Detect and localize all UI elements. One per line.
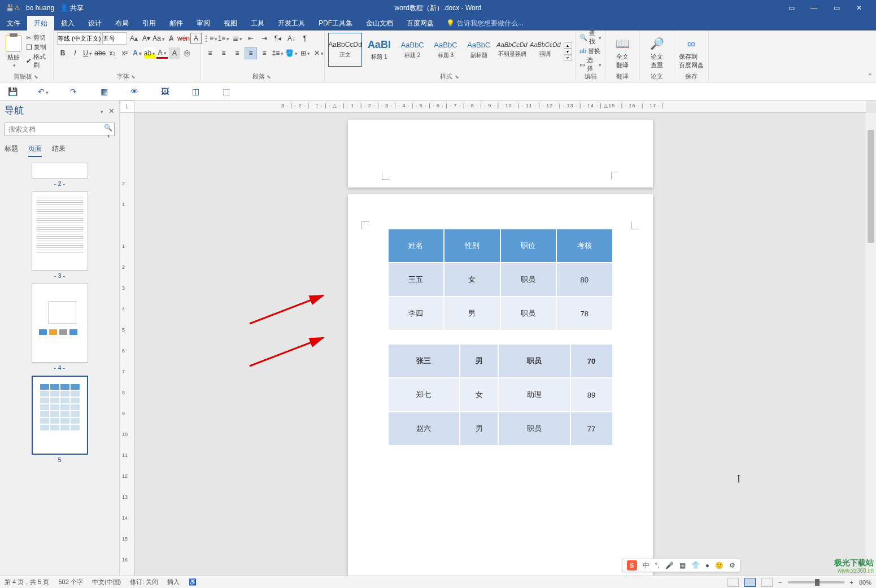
maximize-button[interactable]: ▭ bbox=[831, 4, 842, 12]
table-cell[interactable]: 男 bbox=[444, 297, 500, 330]
table-row[interactable]: 李四男职员78 bbox=[388, 297, 613, 330]
qat-table-button[interactable]: ▦ bbox=[97, 85, 111, 98]
thesis-button[interactable]: 🔎 论文 查重 bbox=[643, 33, 670, 69]
tell-me-search[interactable]: 💡 告诉我您想要做什么... bbox=[446, 16, 524, 31]
sort-button[interactable]: A↓ bbox=[285, 32, 298, 45]
view-web-button[interactable] bbox=[761, 578, 773, 587]
qat-picture-button[interactable]: 🖼 bbox=[158, 85, 172, 98]
ribbon-options-button[interactable]: ▭ bbox=[786, 4, 797, 12]
data-table[interactable]: 姓名 性别 职位 考核 王五女职员80李四男职员78 bbox=[387, 228, 613, 331]
highlight-button[interactable]: ab bbox=[144, 47, 155, 59]
tab-home[interactable]: 开始 bbox=[27, 16, 54, 31]
qat-eye-button[interactable]: 👁 bbox=[128, 85, 141, 98]
italic-button[interactable]: I bbox=[69, 47, 81, 59]
table-cell[interactable]: 职员 bbox=[500, 263, 557, 297]
table-cell[interactable]: 89 bbox=[570, 378, 613, 412]
th-position[interactable]: 职位 bbox=[500, 229, 557, 263]
tab-references[interactable]: 引用 bbox=[136, 16, 163, 31]
ime-toolbar[interactable]: S 中 °, 🎤 ▦ 👕 ● 🙂 ⚙ bbox=[622, 559, 740, 572]
table-cell[interactable]: 70 bbox=[570, 344, 613, 378]
borders-button[interactable]: ⊞ bbox=[299, 47, 311, 59]
font-size-select[interactable] bbox=[102, 32, 127, 45]
table-cell[interactable]: 80 bbox=[556, 263, 613, 297]
tab-file[interactable]: 文件 bbox=[0, 16, 27, 31]
table-row[interactable]: 郑七女助理89 bbox=[388, 378, 613, 412]
table-cell[interactable]: 张三 bbox=[388, 344, 460, 378]
qat-undo-button[interactable]: ↶ bbox=[36, 85, 50, 98]
tab-layout[interactable]: 布局 bbox=[108, 16, 136, 31]
nav-tab-headings[interactable]: 标题 bbox=[5, 144, 18, 157]
snap-button[interactable]: ✕ bbox=[312, 47, 325, 59]
cut-button[interactable]: 剪切 bbox=[26, 33, 50, 42]
qat-object-button[interactable]: ⬚ bbox=[219, 85, 233, 98]
document-scroll[interactable]: 姓名 性别 职位 考核 王五女职员80李四男职员78 张三男职员70郑七女助理8… bbox=[134, 113, 866, 576]
nav-tab-pages[interactable]: 页面 bbox=[28, 144, 42, 157]
tab-tools[interactable]: 工具 bbox=[244, 16, 271, 31]
superscript-button[interactable]: x² bbox=[119, 47, 130, 59]
zoom-slider[interactable] bbox=[788, 581, 844, 583]
table-cell[interactable]: 职员 bbox=[498, 412, 570, 446]
char-border-button[interactable]: A bbox=[190, 33, 202, 44]
style-scroll[interactable]: ▴▾▿ bbox=[564, 42, 572, 61]
styles-launcher[interactable]: ⬊ bbox=[455, 74, 460, 80]
table-cell[interactable]: 职员 bbox=[498, 344, 570, 378]
th-name[interactable]: 姓名 bbox=[388, 229, 444, 263]
ime-settings-button[interactable]: ⚙ bbox=[729, 561, 735, 569]
table-row[interactable]: 张三男职员70 bbox=[388, 344, 613, 378]
ime-keyboard-button[interactable]: ▦ bbox=[679, 561, 686, 569]
table-cell[interactable]: 男 bbox=[460, 344, 498, 378]
replace-button[interactable]: ab替换 bbox=[579, 45, 600, 56]
strike-button[interactable]: abc bbox=[94, 47, 106, 59]
ruler-corner[interactable]: L bbox=[120, 101, 134, 113]
clear-format-button[interactable]: A̷ bbox=[165, 33, 177, 44]
table-cell[interactable]: 职员 bbox=[500, 297, 557, 330]
table-row[interactable]: 赵六男职员77 bbox=[388, 412, 613, 446]
tab-jinshan[interactable]: 金山文档 bbox=[359, 16, 400, 31]
qat-save-button[interactable]: 💾 bbox=[6, 85, 19, 98]
nav-dropdown[interactable] bbox=[99, 108, 103, 115]
shading-button[interactable]: 🪣 bbox=[285, 47, 298, 59]
tab-view[interactable]: 视图 bbox=[217, 16, 244, 31]
char-shading-button[interactable]: A bbox=[169, 47, 180, 59]
view-print-button[interactable] bbox=[744, 578, 756, 587]
tab-developer[interactable]: 开发工具 bbox=[271, 16, 312, 31]
table-cell[interactable]: 赵六 bbox=[388, 412, 460, 446]
find-button[interactable]: 🔍查找 bbox=[579, 32, 602, 43]
share-button[interactable]: 👤 共享 bbox=[60, 3, 84, 13]
table-cell[interactable]: 女 bbox=[460, 378, 498, 412]
bullets-button[interactable]: ⋮≡ bbox=[204, 32, 216, 45]
style-heading3[interactable]: AaBbC标题 3 bbox=[430, 33, 462, 67]
text-effect-button[interactable]: A bbox=[132, 47, 143, 59]
table-cell[interactable]: 郑七 bbox=[388, 378, 460, 412]
table-cell[interactable]: 77 bbox=[570, 412, 613, 446]
style-subtle[interactable]: AaBbCcDd不明显强调 bbox=[496, 33, 528, 67]
show-marks-button[interactable]: ¶ bbox=[299, 32, 311, 45]
zoom-out-button[interactable]: − bbox=[778, 579, 782, 586]
table-cell[interactable]: 女 bbox=[444, 263, 500, 297]
ime-mic-button[interactable]: 🎤 bbox=[665, 561, 674, 569]
align-center-button[interactable]: ≡ bbox=[217, 47, 230, 59]
collapse-ribbon-button[interactable]: ⌃ bbox=[868, 72, 873, 80]
line-spacing-button[interactable]: ‡≡ bbox=[272, 47, 284, 59]
align-left-button[interactable]: ≡ bbox=[204, 47, 216, 59]
phonetic-button[interactable]: wén bbox=[178, 33, 189, 44]
nav-close-button[interactable]: ✕ bbox=[108, 107, 115, 115]
tab-design[interactable]: 设计 bbox=[81, 16, 108, 31]
ime-tool-button[interactable]: ● bbox=[705, 561, 709, 569]
nav-tab-results[interactable]: 结果 bbox=[52, 144, 66, 157]
status-accessibility[interactable]: ♿ bbox=[189, 578, 197, 586]
status-page[interactable]: 第 4 页，共 5 页 bbox=[5, 578, 49, 586]
ime-lang-button[interactable]: 中 bbox=[643, 561, 650, 570]
status-words[interactable]: 502 个字 bbox=[58, 578, 82, 586]
tab-insert[interactable]: 插入 bbox=[54, 16, 81, 31]
ime-punct-button[interactable]: °, bbox=[655, 561, 660, 569]
decrease-indent-button[interactable]: ⇤ bbox=[245, 32, 257, 45]
ime-skin-button[interactable]: 👕 bbox=[691, 561, 700, 569]
paste-button[interactable]: 粘贴 bbox=[3, 35, 24, 68]
table-cell[interactable]: 男 bbox=[460, 412, 498, 446]
multilevel-button[interactable]: ≣ bbox=[231, 32, 243, 45]
translate-button[interactable]: 📖 全文 翻译 bbox=[609, 33, 636, 69]
ltr-button[interactable]: ¶◂ bbox=[272, 32, 284, 45]
font-launcher[interactable]: ⬊ bbox=[131, 74, 137, 80]
tab-review[interactable]: 审阅 bbox=[190, 16, 217, 31]
